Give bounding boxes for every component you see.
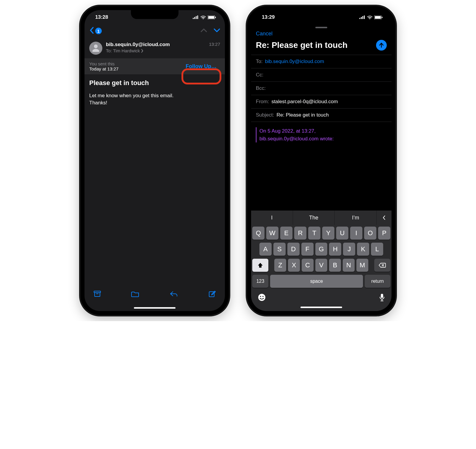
svg-rect-21 [381, 294, 383, 298]
chevron-down-icon [214, 28, 220, 33]
key-h[interactable]: H [329, 243, 341, 256]
bcc-field[interactable]: Bcc: [251, 81, 392, 95]
status-icons [359, 15, 383, 19]
key-e[interactable]: E [280, 227, 292, 240]
key-r[interactable]: R [294, 227, 306, 240]
svg-point-20 [262, 296, 264, 297]
key-q[interactable]: Q [252, 227, 264, 240]
key-d[interactable]: D [287, 243, 300, 256]
prediction-3[interactable]: I’m [335, 211, 377, 225]
cancel-button[interactable]: Cancel [256, 31, 273, 37]
backspace-key[interactable] [374, 259, 390, 272]
from-field[interactable]: From: stalest.parcel-0q@icloud.com [251, 95, 392, 108]
cc-label: Cc: [256, 72, 264, 78]
message-body-line: Thanks! [89, 99, 220, 106]
battery-icon [374, 15, 383, 19]
key-c[interactable]: C [302, 259, 314, 272]
compose-title-row: Re: Please get in touch [251, 40, 392, 55]
chevron-left-icon [382, 215, 386, 220]
key-x[interactable]: X [288, 259, 300, 272]
home-indicator[interactable] [300, 307, 342, 308]
prediction-2[interactable]: The [293, 211, 335, 225]
key-m[interactable]: M [356, 259, 368, 272]
key-v[interactable]: V [315, 259, 327, 272]
compose-body[interactable]: On 5 Aug 2022, at 13:27, bib.sequin.0y@i… [251, 122, 392, 145]
shift-key[interactable] [252, 259, 268, 272]
notch [298, 10, 345, 19]
message-header: bib.sequin.0y@icloud.com To: Tim Hardwic… [84, 37, 225, 58]
phone-left: 13:28 1 [80, 6, 229, 315]
key-y[interactable]: Y [322, 227, 334, 240]
key-f[interactable]: F [301, 243, 314, 256]
follow-up-button[interactable]: Follow Up… [182, 62, 220, 71]
arrow-up-icon [378, 42, 384, 48]
key-b[interactable]: B [329, 259, 341, 272]
to-value[interactable]: bib.sequin.0y@icloud.com [265, 59, 324, 65]
home-indicator[interactable] [134, 307, 176, 309]
svg-rect-16 [375, 16, 381, 19]
from-address[interactable]: bib.sequin.0y@icloud.com [106, 42, 205, 48]
message-subject: Please get in touch [89, 79, 220, 87]
from-label: From: [256, 99, 269, 105]
cellular-icon [359, 15, 365, 19]
back-button[interactable] [89, 27, 94, 35]
key-s[interactable]: S [273, 243, 286, 256]
cellular-icon [193, 15, 199, 19]
key-i[interactable]: I [350, 227, 362, 240]
next-message-button[interactable] [214, 28, 220, 34]
to-row[interactable]: To: Tim Hardwick [106, 48, 205, 53]
sheet-grabber[interactable] [315, 27, 327, 28]
key-n[interactable]: N [343, 259, 355, 272]
space-key[interactable]: space [270, 275, 363, 288]
reply-button[interactable] [167, 288, 180, 300]
cc-field[interactable]: Cc: [251, 68, 392, 81]
predictive-row: I The I’m [251, 211, 392, 225]
compose-title: Re: Please get in touch [256, 40, 373, 50]
move-button[interactable] [129, 288, 141, 300]
archive-icon [93, 290, 101, 297]
key-j[interactable]: J [343, 243, 355, 256]
svg-rect-3 [197, 15, 198, 19]
dictation-button[interactable] [379, 293, 385, 304]
status-time: 13:28 [95, 14, 108, 20]
key-o[interactable]: O [364, 227, 376, 240]
return-key[interactable]: return [365, 275, 390, 288]
numbers-key[interactable]: 123 [252, 275, 268, 288]
phone-right: 13:29 Cancel Re: Please get in touch To:… [247, 6, 396, 315]
archive-button[interactable] [92, 288, 103, 300]
screen-left: 13:28 1 [84, 10, 225, 311]
key-w[interactable]: W [266, 227, 278, 240]
svg-point-18 [258, 294, 265, 301]
subject-field[interactable]: Subject: Re: Please get in touch [251, 108, 392, 122]
svg-rect-0 [193, 18, 194, 19]
svg-rect-6 [215, 17, 216, 18]
key-u[interactable]: U [336, 227, 348, 240]
compose-button[interactable] [206, 288, 218, 301]
svg-rect-2 [196, 16, 197, 19]
prediction-1[interactable]: I [251, 211, 293, 225]
subject-label: Subject: [256, 112, 274, 118]
key-a[interactable]: A [259, 243, 272, 256]
key-z[interactable]: Z [274, 259, 286, 272]
svg-rect-5 [208, 16, 214, 19]
subject-value: Re: Please get in touch [276, 112, 329, 118]
key-g[interactable]: G [315, 243, 328, 256]
key-l[interactable]: L [371, 243, 383, 256]
emoji-icon [258, 293, 266, 302]
svg-rect-17 [382, 17, 383, 18]
svg-rect-14 [364, 15, 365, 19]
emoji-button[interactable] [258, 293, 266, 304]
wifi-icon [367, 15, 372, 19]
predictive-collapse-button[interactable] [377, 211, 392, 225]
shift-icon [257, 262, 263, 268]
key-p[interactable]: P [378, 227, 390, 240]
send-button[interactable] [376, 40, 387, 51]
message-body: Please get in touch Let me know when you… [84, 74, 225, 111]
keyboard-bottom-row [251, 291, 392, 304]
to-field[interactable]: To: bib.sequin.0y@icloud.com [251, 55, 392, 68]
key-k[interactable]: K [357, 243, 369, 256]
person-icon [91, 44, 100, 53]
avatar[interactable] [89, 42, 102, 55]
from-value: stalest.parcel-0q@icloud.com [271, 99, 338, 105]
key-t[interactable]: T [308, 227, 320, 240]
